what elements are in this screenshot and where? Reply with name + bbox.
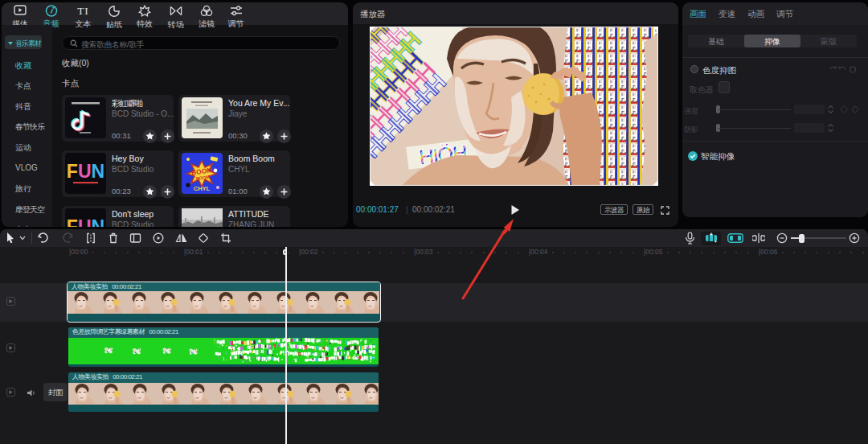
svg-text:CHYL: CHYL xyxy=(193,185,210,192)
svg-text:FUN: FUN xyxy=(66,216,104,227)
svg-text:FUN: FUN xyxy=(66,161,104,182)
